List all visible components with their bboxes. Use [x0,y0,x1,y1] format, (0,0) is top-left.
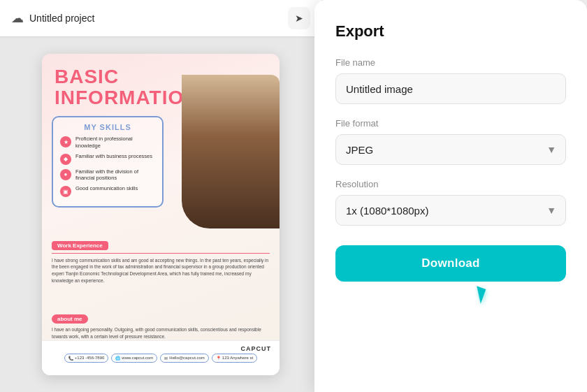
editor-area: ☁ Untitled project ➤ BASIC INFORMATION M… [0,0,321,392]
cloud-icon: ☁ [11,10,24,26]
about-me-section: about me I have an outgoing personality.… [42,311,280,340]
skill-icon-4: ▣ [60,186,71,197]
about-me-label: about me [52,314,88,324]
project-title: Untitled project [29,13,282,24]
contact-web: 🌐 www.capcut.com [111,354,157,363]
capcut-watermark: CAPCUT [241,345,272,352]
top-bar: ☁ Untitled project ➤ [0,0,321,36]
export-title: Export [335,22,566,41]
resolution-wrapper: 1x (1080*1080px) 2x (2160*2160px) 0.5x (… [335,195,566,226]
file-format-wrapper: JPEG PNG SVG PDF ▼ [335,134,566,165]
skill-item-3: ● Familiar with the division of financia… [60,168,155,182]
skill-text-4: Good communication skills [75,185,138,192]
skill-item-2: ◆ Familiar with business processes [60,153,155,165]
contact-email: ✉ Hello@capcut.com [160,354,208,363]
file-name-label: File name [335,57,566,68]
poster-preview: BASIC INFORMATION MY SKILLS ★ Proficient… [42,54,280,375]
canvas-area: BASIC INFORMATION MY SKILLS ★ Proficient… [31,36,291,392]
skill-icon-1: ★ [60,136,71,147]
about-me-text: I have an outgoing personality. Outgoing… [52,326,270,340]
work-experience-label: Work Experience [52,241,108,250]
skill-text-1: Proficient in professional knowledge [75,136,155,150]
file-format-select[interactable]: JPEG PNG SVG PDF [335,134,566,165]
skills-title: MY SKILLS [60,123,155,131]
work-experience-text: I have strong communication skills and a… [52,257,270,284]
poster-photo [182,75,280,228]
contact-bar: CAPCUT 📞 +123 -456-7890 🌐 www.capcut.com… [42,340,280,375]
skill-icon-2: ◆ [60,154,71,165]
send-button[interactable]: ➤ [288,7,310,29]
contact-phone: 📞 +123 -456-7890 [64,354,109,363]
skill-text-2: Familiar with business processes [75,153,152,160]
resolution-select[interactable]: 1x (1080*1080px) 2x (2160*2160px) 0.5x (… [335,195,566,226]
contact-pills: 📞 +123 -456-7890 🌐 www.capcut.com ✉ Hell… [64,354,257,363]
work-experience-section: Work Experience I have strong communicat… [42,238,280,284]
download-button[interactable]: Download [335,245,566,282]
skills-box: MY SKILLS ★ Proficient in professional k… [52,116,164,208]
export-panel: Export File name File format JPEG PNG SV… [314,0,587,392]
skill-item-1: ★ Proficient in professional knowledge [60,136,155,150]
resolution-label: Resolution [335,179,566,189]
file-format-label: File format [335,118,566,129]
skill-text-3: Familiar with the division of financial … [75,168,155,182]
file-name-input[interactable] [335,73,566,104]
skill-item-4: ▣ Good communication skills [60,185,155,197]
skill-icon-3: ● [60,169,71,180]
contact-address: 📍 123 Anywhere st [212,354,257,363]
